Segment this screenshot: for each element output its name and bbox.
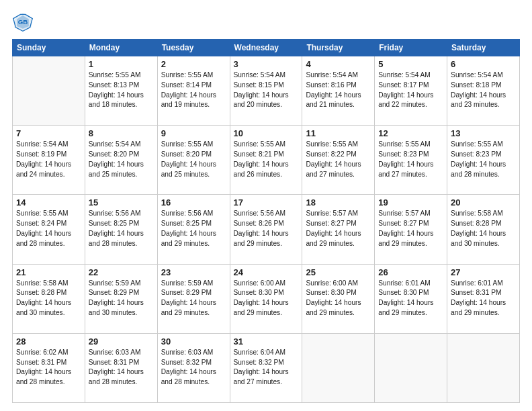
day-number: 19 — [378, 197, 443, 208]
day-detail: Sunrise: 5:57 AM Sunset: 8:27 PM Dayligh… — [378, 209, 443, 248]
calendar-week-row: 7Sunrise: 5:54 AM Sunset: 8:19 PM Daylig… — [13, 126, 520, 195]
calendar-cell: 14Sunrise: 5:55 AM Sunset: 8:24 PM Dayli… — [13, 195, 85, 264]
calendar-cell: 15Sunrise: 5:56 AM Sunset: 8:25 PM Dayli… — [85, 195, 157, 264]
day-detail: Sunrise: 5:54 AM Sunset: 8:19 PM Dayligh… — [16, 140, 81, 179]
calendar-cell: 2Sunrise: 5:55 AM Sunset: 8:14 PM Daylig… — [157, 56, 230, 126]
day-detail: Sunrise: 5:54 AM Sunset: 8:16 PM Dayligh… — [306, 71, 371, 110]
calendar-cell: 16Sunrise: 5:56 AM Sunset: 8:25 PM Dayli… — [157, 195, 230, 264]
day-number: 4 — [306, 59, 371, 69]
day-number: 23 — [161, 267, 226, 277]
calendar-header-row: SundayMondayTuesdayWednesdayThursdayFrid… — [13, 40, 520, 56]
calendar-cell: 8Sunrise: 5:54 AM Sunset: 8:20 PM Daylig… — [85, 126, 157, 195]
day-number: 31 — [234, 336, 299, 347]
calendar-cell: 17Sunrise: 5:56 AM Sunset: 8:26 PM Dayli… — [230, 195, 302, 264]
day-detail: Sunrise: 5:54 AM Sunset: 8:18 PM Dayligh… — [451, 71, 516, 110]
day-number: 13 — [451, 128, 516, 138]
day-detail: Sunrise: 5:55 AM Sunset: 8:22 PM Dayligh… — [306, 140, 371, 179]
day-detail: Sunrise: 5:58 AM Sunset: 8:28 PM Dayligh… — [16, 279, 81, 318]
weekday-header: Sunday — [13, 40, 85, 56]
day-detail: Sunrise: 5:56 AM Sunset: 8:25 PM Dayligh… — [89, 209, 154, 248]
calendar-cell: 10Sunrise: 5:55 AM Sunset: 8:21 PM Dayli… — [230, 126, 302, 195]
weekday-header: Wednesday — [230, 40, 302, 56]
day-detail: Sunrise: 5:55 AM Sunset: 8:23 PM Dayligh… — [378, 140, 443, 179]
weekday-header: Tuesday — [157, 40, 230, 56]
day-detail: Sunrise: 6:02 AM Sunset: 8:31 PM Dayligh… — [16, 348, 81, 387]
calendar-week-row: 28Sunrise: 6:02 AM Sunset: 8:31 PM Dayli… — [13, 333, 520, 402]
day-number: 11 — [306, 128, 371, 138]
calendar-week-row: 14Sunrise: 5:55 AM Sunset: 8:24 PM Dayli… — [13, 195, 520, 264]
day-number: 7 — [16, 128, 81, 138]
logo-icon: GB — [12, 11, 34, 32]
weekday-header: Friday — [375, 40, 447, 56]
day-number: 6 — [451, 59, 516, 69]
weekday-header: Monday — [85, 40, 157, 56]
day-number: 21 — [16, 267, 81, 277]
calendar-cell: 4Sunrise: 5:54 AM Sunset: 8:16 PM Daylig… — [302, 56, 375, 126]
calendar-cell: 7Sunrise: 5:54 AM Sunset: 8:19 PM Daylig… — [13, 126, 85, 195]
day-detail: Sunrise: 6:03 AM Sunset: 8:32 PM Dayligh… — [161, 348, 226, 387]
calendar-cell: 22Sunrise: 5:59 AM Sunset: 8:29 PM Dayli… — [85, 264, 157, 333]
day-detail: Sunrise: 5:55 AM Sunset: 8:13 PM Dayligh… — [89, 71, 154, 110]
day-number: 17 — [234, 197, 299, 208]
day-detail: Sunrise: 6:04 AM Sunset: 8:32 PM Dayligh… — [234, 348, 299, 387]
calendar-week-row: 1Sunrise: 5:55 AM Sunset: 8:13 PM Daylig… — [13, 56, 520, 126]
day-number: 24 — [234, 267, 299, 277]
logo: GB — [12, 11, 36, 32]
calendar-cell: 26Sunrise: 6:01 AM Sunset: 8:30 PM Dayli… — [375, 264, 447, 333]
svg-text:GB: GB — [18, 18, 28, 26]
calendar-cell: 30Sunrise: 6:03 AM Sunset: 8:32 PM Dayli… — [157, 333, 230, 402]
day-number: 16 — [161, 197, 226, 208]
day-number: 22 — [89, 267, 154, 277]
day-number: 20 — [451, 197, 516, 208]
day-number: 26 — [378, 267, 443, 277]
weekday-header: Thursday — [302, 40, 375, 56]
calendar-cell: 9Sunrise: 5:55 AM Sunset: 8:20 PM Daylig… — [157, 126, 230, 195]
day-detail: Sunrise: 5:55 AM Sunset: 8:24 PM Dayligh… — [16, 209, 81, 248]
calendar-cell: 6Sunrise: 5:54 AM Sunset: 8:18 PM Daylig… — [447, 56, 520, 126]
calendar-cell: 25Sunrise: 6:00 AM Sunset: 8:30 PM Dayli… — [302, 264, 375, 333]
weekday-header: Saturday — [447, 40, 520, 56]
calendar-cell: 29Sunrise: 6:03 AM Sunset: 8:31 PM Dayli… — [85, 333, 157, 402]
day-number: 2 — [161, 59, 226, 69]
day-number: 14 — [16, 197, 81, 208]
day-number: 9 — [161, 128, 226, 138]
calendar-cell — [375, 333, 447, 402]
calendar-cell — [447, 333, 520, 402]
day-number: 10 — [234, 128, 299, 138]
day-detail: Sunrise: 6:03 AM Sunset: 8:31 PM Dayligh… — [89, 348, 154, 387]
day-detail: Sunrise: 5:55 AM Sunset: 8:20 PM Dayligh… — [161, 140, 226, 179]
calendar-cell: 23Sunrise: 5:59 AM Sunset: 8:29 PM Dayli… — [157, 264, 230, 333]
day-detail: Sunrise: 5:54 AM Sunset: 8:17 PM Dayligh… — [378, 71, 443, 110]
day-number: 27 — [451, 267, 516, 277]
day-number: 1 — [89, 59, 154, 69]
calendar-cell: 3Sunrise: 5:54 AM Sunset: 8:15 PM Daylig… — [230, 56, 302, 126]
day-detail: Sunrise: 5:56 AM Sunset: 8:25 PM Dayligh… — [161, 209, 226, 248]
header: GB — [12, 11, 520, 32]
calendar-cell: 12Sunrise: 5:55 AM Sunset: 8:23 PM Dayli… — [375, 126, 447, 195]
calendar-cell: 19Sunrise: 5:57 AM Sunset: 8:27 PM Dayli… — [375, 195, 447, 264]
calendar-cell: 27Sunrise: 6:01 AM Sunset: 8:31 PM Dayli… — [447, 264, 520, 333]
day-number: 28 — [16, 336, 81, 347]
calendar-cell: 28Sunrise: 6:02 AM Sunset: 8:31 PM Dayli… — [13, 333, 85, 402]
day-detail: Sunrise: 6:01 AM Sunset: 8:30 PM Dayligh… — [378, 279, 443, 318]
calendar-table: SundayMondayTuesdayWednesdayThursdayFrid… — [12, 39, 520, 403]
day-detail: Sunrise: 5:55 AM Sunset: 8:23 PM Dayligh… — [451, 140, 516, 179]
day-detail: Sunrise: 5:56 AM Sunset: 8:26 PM Dayligh… — [234, 209, 299, 248]
day-number: 5 — [378, 59, 443, 69]
day-detail: Sunrise: 6:00 AM Sunset: 8:30 PM Dayligh… — [306, 279, 371, 318]
day-number: 12 — [378, 128, 443, 138]
day-detail: Sunrise: 5:58 AM Sunset: 8:28 PM Dayligh… — [451, 209, 516, 248]
day-detail: Sunrise: 5:55 AM Sunset: 8:14 PM Dayligh… — [161, 71, 226, 110]
calendar-week-row: 21Sunrise: 5:58 AM Sunset: 8:28 PM Dayli… — [13, 264, 520, 333]
day-number: 8 — [89, 128, 154, 138]
day-detail: Sunrise: 5:54 AM Sunset: 8:20 PM Dayligh… — [89, 140, 154, 179]
day-number: 29 — [89, 336, 154, 347]
calendar-cell — [302, 333, 375, 402]
day-number: 15 — [89, 197, 154, 208]
day-detail: Sunrise: 5:55 AM Sunset: 8:21 PM Dayligh… — [234, 140, 299, 179]
day-detail: Sunrise: 6:01 AM Sunset: 8:31 PM Dayligh… — [451, 279, 516, 318]
day-detail: Sunrise: 5:59 AM Sunset: 8:29 PM Dayligh… — [161, 279, 226, 318]
day-number: 25 — [306, 267, 371, 277]
page: GB SundayMondayTuesdayWednesdayThursdayF… — [0, 0, 532, 411]
calendar-cell: 5Sunrise: 5:54 AM Sunset: 8:17 PM Daylig… — [375, 56, 447, 126]
